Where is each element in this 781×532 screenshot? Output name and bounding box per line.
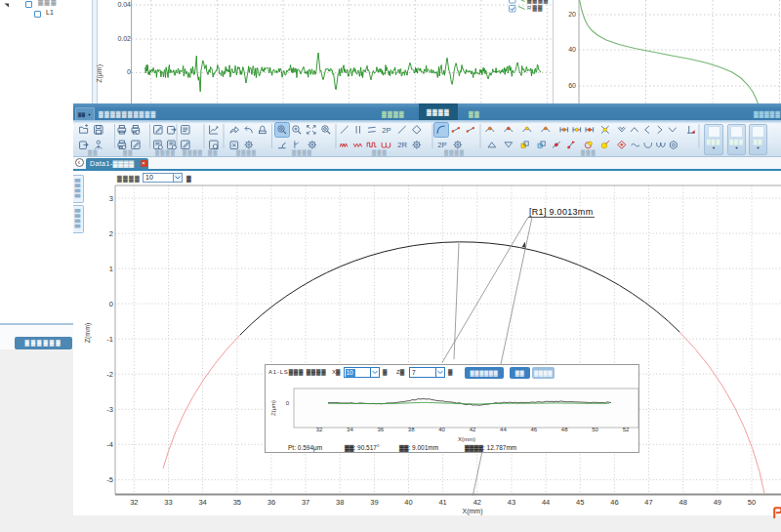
- svg-text:-3: -3: [106, 405, 113, 414]
- svg-text:49: 49: [714, 498, 721, 507]
- svg-text:[R1] 9.0013mm: [R1] 9.0013mm: [529, 207, 593, 217]
- svg-text:3: 3: [109, 194, 113, 203]
- svg-text:42: 42: [473, 498, 481, 507]
- svg-text:2P: 2P: [382, 126, 390, 135]
- svg-text:48: 48: [679, 498, 687, 507]
- svg-text:36: 36: [377, 427, 384, 432]
- svg-text:X(mm): X(mm): [463, 508, 483, 515]
- svg-text:34: 34: [347, 427, 353, 432]
- svg-text:43: 43: [508, 498, 515, 507]
- svg-text:41: 41: [438, 498, 446, 507]
- svg-text:40: 40: [438, 427, 445, 432]
- svg-text:33: 33: [164, 498, 172, 507]
- svg-text:-1: -1: [106, 335, 113, 344]
- svg-text:38: 38: [336, 498, 344, 507]
- svg-text:2R: 2R: [397, 141, 407, 149]
- svg-text:1: 1: [109, 265, 113, 273]
- svg-text:39: 39: [370, 498, 378, 507]
- svg-text:45: 45: [576, 498, 584, 507]
- svg-text:-2: -2: [106, 370, 113, 379]
- svg-text:Z(μm): Z(μm): [270, 400, 276, 416]
- svg-text:47: 47: [644, 498, 652, 507]
- svg-text:46: 46: [530, 427, 537, 432]
- svg-text:X(mm): X(mm): [458, 436, 475, 442]
- svg-text:Z(mm): Z(mm): [84, 323, 92, 344]
- svg-text:0: 0: [286, 400, 290, 406]
- svg-text:42: 42: [470, 427, 476, 432]
- svg-text:2: 2: [109, 229, 113, 238]
- svg-text:37: 37: [302, 498, 309, 507]
- svg-text:50: 50: [748, 498, 756, 507]
- svg-text:44: 44: [500, 427, 507, 432]
- svg-text:46: 46: [610, 498, 618, 507]
- svg-text:48: 48: [561, 427, 568, 432]
- svg-text:35: 35: [233, 498, 241, 507]
- svg-text:52: 52: [623, 427, 630, 432]
- svg-text:50: 50: [592, 427, 598, 432]
- svg-text:34: 34: [198, 498, 206, 507]
- svg-text:32: 32: [130, 498, 138, 507]
- svg-text:0: 0: [109, 300, 113, 308]
- svg-text:-4: -4: [106, 440, 113, 449]
- svg-text:40: 40: [404, 498, 412, 507]
- svg-text:44: 44: [542, 498, 550, 507]
- svg-text:36: 36: [267, 498, 275, 507]
- svg-text:38: 38: [408, 427, 415, 432]
- svg-text:32: 32: [316, 427, 323, 432]
- svg-text:-5: -5: [106, 475, 113, 484]
